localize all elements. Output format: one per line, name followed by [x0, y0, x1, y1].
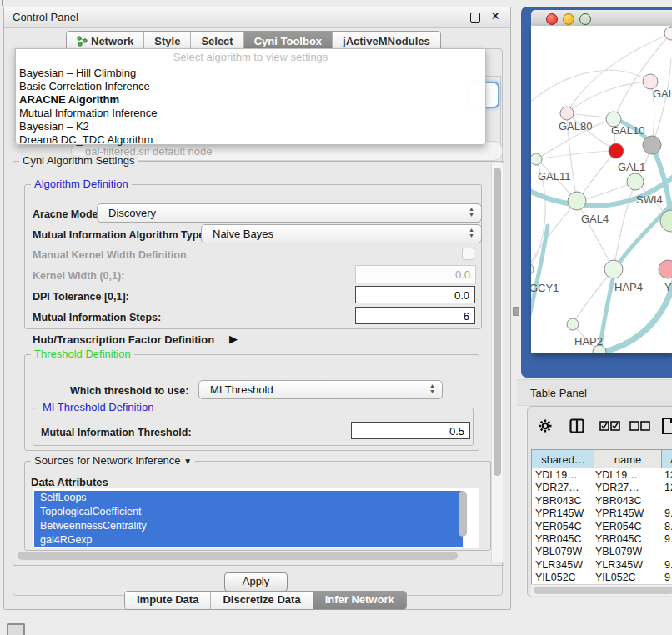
tab-style[interactable]: Style — [144, 32, 191, 50]
scrollbar-thumb[interactable] — [534, 587, 672, 594]
table-row[interactable]: YIL052CYIL052C9 — [532, 571, 672, 583]
algorithm-option[interactable]: ARACNE Algorithm — [19, 93, 482, 107]
node-label: GAL — [653, 88, 672, 100]
algorithm-option[interactable]: Basic Correlation Inference — [19, 80, 482, 93]
which-threshold-combo[interactable]: MI Threshold ▲▼ — [198, 380, 443, 399]
attribute-item[interactable]: SelfLoops — [34, 491, 463, 505]
combo-spinner-icon: ▲▼ — [469, 227, 474, 238]
node-label: HAP4 — [614, 281, 643, 293]
table-row[interactable]: YBR045CYBR045C9. — [532, 532, 672, 545]
network-node-hap2[interactable] — [567, 318, 579, 330]
combo-spinner-icon: ▲▼ — [469, 206, 474, 218]
table-row[interactable]: YDL19…YDL19…13 — [532, 468, 672, 481]
table-horizontal-scrollbar[interactable] — [531, 584, 672, 596]
algorithm-option[interactable]: Bayesian – K2 — [19, 120, 482, 133]
table-cell: YBR045C — [535, 533, 582, 545]
settings-horizontal-scrollbar[interactable] — [14, 551, 488, 562]
tab-network[interactable]: Network — [67, 32, 144, 50]
algorithm-option[interactable]: Mutual Information Inference — [19, 107, 482, 120]
table-panel-bar: Table Panel — [517, 379, 672, 406]
table-cell: 9. — [664, 533, 672, 545]
network-node-gcy1[interactable] — [531, 263, 534, 275]
table-cell: YBL079W — [595, 546, 642, 558]
node-label: GAL4 — [581, 212, 609, 225]
table-cell: YBL079W — [535, 546, 582, 558]
network-graph: GALGAL80GAL10GAL11GAL1SWI4GAL4GCY1HAP4YH… — [531, 26, 672, 352]
node-label: GCY1 — [531, 282, 559, 294]
expand-arrow-icon[interactable]: ▶ — [229, 332, 238, 345]
table-row[interactable]: YER054CYER054C8. — [532, 520, 672, 532]
float-icon[interactable] — [470, 12, 480, 22]
table-row[interactable]: YLR345WYLR345W9. — [532, 558, 672, 571]
mi-steps-value: 6 — [464, 310, 469, 322]
table-cell: 9 — [664, 572, 670, 583]
table-row[interactable]: YBR043CYBR043C — [532, 494, 672, 507]
aracne-mode-combo[interactable]: Discovery ▲▼ — [97, 203, 482, 222]
network-node-gal80[interactable] — [560, 107, 574, 120]
attributes-list-scrollbar[interactable] — [459, 491, 467, 537]
network-node-gal11[interactable] — [531, 153, 542, 165]
tab-label: Select — [201, 35, 233, 48]
hub-section-label[interactable]: Hub/Transcription Factor Definition — [33, 333, 214, 346]
export-table-icon[interactable] — [661, 417, 672, 435]
network-node[interactable] — [664, 27, 672, 40]
settings-vertical-scrollbar[interactable] — [491, 162, 503, 562]
mi-algorithm-type-combo[interactable]: Naive Bayes ▲▼ — [201, 224, 482, 243]
attribute-item[interactable]: TopologicalCoefficient — [34, 505, 463, 519]
mi-steps-field[interactable]: 6 — [355, 307, 475, 324]
data-attributes-label: Data Attributes — [31, 476, 108, 488]
node-label: Y — [664, 281, 672, 293]
network-window-titlebar[interactable] — [531, 10, 672, 27]
mi-threshold-field[interactable]: 0.5 — [351, 422, 470, 439]
zoom-traffic-light[interactable] — [579, 13, 591, 25]
bottom-tab-discretize-data[interactable]: Discretize Data — [211, 592, 313, 609]
close-icon[interactable]: ✕ — [490, 9, 500, 22]
network-node[interactable] — [609, 143, 624, 158]
bottom-tab-impute-data[interactable]: Impute Data — [125, 592, 211, 609]
sources-title-text: Sources for Network Inference — [34, 454, 181, 467]
column-header-partial[interactable]: A — [662, 449, 672, 470]
collapsed-panel-icon[interactable] — [7, 623, 25, 635]
network-node-hap4[interactable] — [604, 260, 623, 278]
collapse-arrow-icon[interactable]: ▼ — [183, 457, 192, 466]
attribute-item[interactable]: gal4RGexp — [34, 533, 463, 548]
algorithm-option[interactable]: Dream8 DC_TDC Algorithm — [19, 133, 482, 147]
bottom-tab-infer-network[interactable]: Infer Network — [313, 592, 406, 609]
column-header-shared-name[interactable]: shared… — [531, 449, 595, 470]
select-all-icon[interactable] — [599, 421, 621, 431]
column-header-name[interactable]: name — [594, 449, 662, 470]
network-canvas[interactable]: GALGAL80GAL10GAL11GAL1SWI4GAL4GCY1HAP4YH… — [531, 26, 672, 352]
algorithm-dropdown-popup: Select algorithm to view settings Bayesi… — [15, 48, 486, 145]
manual-kernel-label: Manual Kernel Width Definition — [33, 249, 187, 261]
table-cell: YLR345W — [595, 559, 643, 571]
which-threshold-label: Which threshold to use: — [70, 385, 188, 397]
gear-icon[interactable] — [538, 418, 553, 433]
columns-icon[interactable] — [569, 418, 584, 433]
tab-select[interactable]: Select — [191, 32, 243, 50]
network-node-y[interactable] — [659, 260, 672, 278]
network-node-gal4[interactable] — [568, 192, 586, 210]
scrollbar-thumb[interactable] — [494, 168, 501, 476]
mi-threshold-definition-title: MI Threshold Definition — [39, 402, 157, 413]
attribute-item[interactable]: BetweennessCentrality — [34, 519, 463, 533]
scrollbar-thumb[interactable] — [18, 552, 458, 560]
node-label: GAL11 — [538, 170, 571, 182]
table-row[interactable]: YDR27…YDR27…12 — [532, 481, 672, 493]
network-node-gal1[interactable] — [627, 173, 644, 190]
table-row[interactable]: YPR145WYPR145W9. — [532, 507, 672, 519]
network-node[interactable] — [643, 136, 661, 154]
deselect-all-icon[interactable] — [629, 421, 651, 431]
table-row[interactable]: YBL079WYBL079W — [532, 545, 672, 558]
cyni-bottom-tabbar: Impute DataDiscretize DataInfer Network — [124, 591, 407, 610]
tab-cyni-toolbox[interactable]: Cyni Toolbox — [244, 32, 333, 50]
algorithm-option[interactable]: Bayesian – Hill Climbing — [19, 67, 482, 80]
data-attributes-list[interactable]: SelfLoopsTopologicalCoefficientBetweenne… — [33, 488, 479, 548]
table-panel: shared… name A YDL19…YDL19…13YDR27…YDR27… — [527, 406, 672, 598]
apply-button[interactable]: Apply — [224, 572, 288, 592]
dpi-tolerance-field[interactable]: 0.0 — [355, 286, 475, 303]
minimize-traffic-light[interactable] — [563, 13, 574, 25]
tab-jactivemnodules[interactable]: jActiveMNodules — [333, 32, 440, 50]
panel-divider-grip[interactable] — [513, 307, 519, 316]
close-traffic-light[interactable] — [546, 13, 558, 25]
algorithm-placeholder: Select algorithm to view settings — [16, 51, 485, 63]
